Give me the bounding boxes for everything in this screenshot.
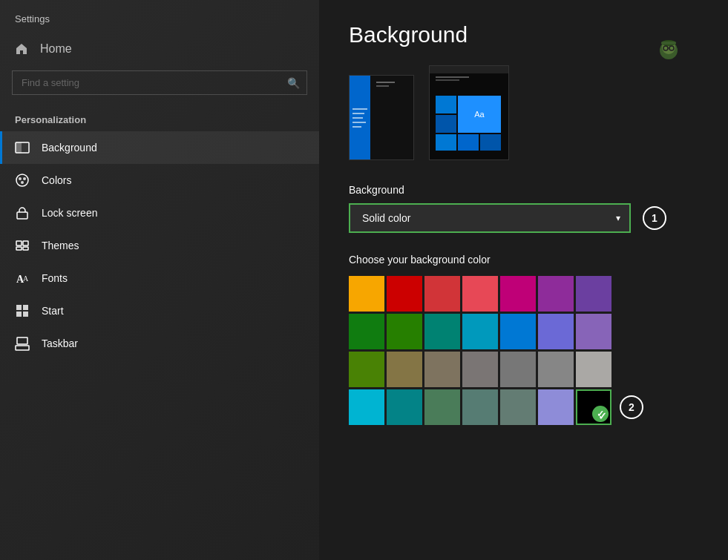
preview-thumb-1 [349, 75, 414, 160]
app-title: Settings [0, 0, 319, 33]
color-cell[interactable] [424, 314, 460, 349]
color-row [349, 352, 698, 387]
svg-rect-9 [16, 247, 22, 250]
sidebar-item-taskbar[interactable]: Taskbar [0, 327, 319, 360]
svg-rect-1 [16, 142, 22, 153]
color-row: ✓2 [349, 389, 698, 425]
color-cell[interactable] [349, 314, 384, 349]
mascot [654, 34, 683, 64]
sidebar-item-themes-label: Themes [42, 240, 79, 251]
svg-point-3 [19, 177, 22, 180]
sidebar-item-background[interactable]: Background [0, 131, 319, 164]
sidebar-item-taskbar-label: Taskbar [42, 337, 78, 349]
themes-icon [15, 238, 30, 253]
svg-rect-15 [16, 312, 22, 317]
page-title: Background [349, 22, 698, 47]
svg-rect-8 [23, 241, 28, 246]
color-cell[interactable] [576, 352, 611, 387]
color-cell[interactable] [349, 276, 384, 312]
sidebar-item-fonts-label: Fonts [42, 272, 68, 284]
color-cell[interactable] [538, 276, 574, 312]
color-cell[interactable] [538, 314, 574, 349]
sidebar-item-start[interactable]: Start [0, 294, 319, 327]
svg-rect-16 [23, 312, 28, 317]
svg-rect-17 [16, 346, 29, 350]
color-cell[interactable] [538, 389, 574, 425]
start-icon [15, 303, 30, 318]
svg-text:A: A [23, 274, 29, 283]
sidebar-item-lock-screen[interactable]: Lock screen [0, 197, 319, 229]
preview-aa-text: Aa [458, 96, 501, 133]
color-row [349, 314, 698, 349]
color-cell[interactable] [424, 352, 460, 387]
dropdown-wrapper: Solid color Picture Slideshow ▾ 1 [349, 203, 698, 233]
svg-point-5 [21, 181, 24, 184]
background-dropdown[interactable]: Solid color Picture Slideshow [349, 203, 631, 233]
sidebar: Settings Home 🔍 Personalization Backgrou… [0, 0, 319, 560]
preview-area: Aa [349, 65, 698, 160]
section-label: Personalization [0, 107, 319, 131]
color-cell[interactable] [424, 389, 460, 425]
sidebar-item-home[interactable]: Home [0, 33, 319, 65]
svg-rect-14 [23, 305, 28, 310]
color-cell[interactable] [387, 389, 422, 425]
background-dropdown-label: Background [349, 184, 698, 196]
color-cell[interactable] [462, 314, 498, 349]
lock-screen-icon [15, 205, 30, 220]
color-row [349, 276, 698, 312]
dropdown-container: Solid color Picture Slideshow ▾ [349, 203, 631, 233]
search-input[interactable] [12, 70, 307, 95]
color-circle-badge: 2 [620, 395, 643, 419]
color-cell[interactable] [462, 276, 498, 312]
color-grid: ✓2 [349, 276, 698, 425]
main-wrapper: Background [349, 22, 698, 425]
sidebar-item-lock-screen-label: Lock screen [42, 207, 97, 219]
svg-rect-6 [17, 212, 27, 219]
sidebar-item-fonts[interactable]: A A Fonts [0, 262, 319, 294]
sidebar-item-start-label: Start [42, 305, 64, 317]
color-selected-check: ✓ [592, 406, 609, 422]
search-wrapper: 🔍 [12, 70, 307, 95]
main-content: Background [319, 0, 728, 560]
search-icon: 🔍 [287, 77, 300, 89]
color-picker-label: Choose your background color [349, 254, 698, 266]
color-cell[interactable] [387, 276, 422, 312]
svg-rect-13 [16, 305, 22, 310]
dropdown-circle-badge: 1 [643, 206, 666, 230]
color-cell[interactable] [500, 314, 536, 349]
color-cell[interactable] [538, 352, 574, 387]
color-cell[interactable] [387, 352, 422, 387]
colors-icon [15, 173, 30, 188]
sidebar-item-colors[interactable]: Colors [0, 164, 319, 197]
sidebar-item-background-label: Background [42, 142, 97, 154]
svg-rect-10 [23, 247, 28, 250]
svg-point-4 [23, 177, 26, 180]
taskbar-icon [15, 336, 30, 351]
svg-rect-18 [17, 337, 27, 344]
color-cell[interactable]: ✓ [576, 389, 611, 425]
background-icon [15, 140, 30, 155]
color-cell[interactable] [462, 389, 498, 425]
color-cell[interactable] [462, 352, 498, 387]
home-icon [15, 42, 28, 56]
fonts-icon: A A [15, 271, 30, 286]
sidebar-item-colors-label: Colors [42, 174, 71, 186]
sidebar-item-themes[interactable]: Themes [0, 229, 319, 262]
color-cell[interactable] [576, 314, 611, 349]
search-container: 🔍 [0, 65, 319, 107]
color-cell[interactable] [387, 314, 422, 349]
svg-point-2 [16, 174, 28, 186]
preview-thumb-2: Aa [429, 65, 509, 160]
color-cell[interactable] [349, 389, 384, 425]
svg-rect-7 [16, 241, 22, 246]
color-cell[interactable] [349, 352, 384, 387]
home-label: Home [40, 42, 72, 56]
color-cell[interactable] [576, 276, 611, 312]
svg-rect-22 [661, 42, 676, 45]
color-cell[interactable] [500, 389, 536, 425]
color-cell[interactable] [500, 352, 536, 387]
color-cell[interactable] [424, 276, 460, 312]
color-cell[interactable] [500, 276, 536, 312]
